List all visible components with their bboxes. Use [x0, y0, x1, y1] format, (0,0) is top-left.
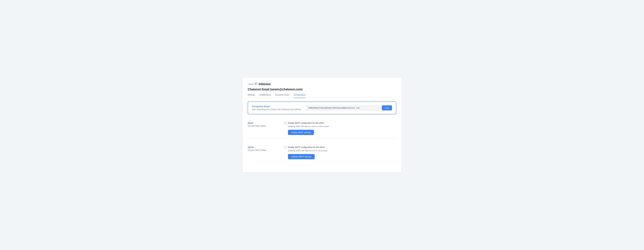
tab-configuration[interactable]: Configuration	[294, 94, 306, 98]
imap-hint-text: Enabling IMAP will help the user to reci…	[288, 125, 396, 127]
tab-collaborators[interactable]: Collaborators	[259, 94, 271, 98]
tabs-bar: Settings Collaborators Business Hours Co…	[248, 94, 396, 98]
forward-to-email-section: Forward to Email Start forwarding your e…	[248, 102, 396, 114]
smtp-hint-text: Enabling SMTP will help the user to send…	[288, 149, 396, 152]
tab-settings[interactable]: Settings	[248, 94, 255, 98]
back-label: Back	[249, 83, 253, 85]
imap-section-description: Set your IMAP details	[248, 125, 280, 127]
email-address-row: 6b8b350a6f34eea9b1bef34553baea6b@chatwoo…	[306, 105, 392, 111]
copy-button[interactable]: Copy	[382, 105, 392, 111]
imap-section: IMAP Set your IMAP details Enable IMAP c…	[248, 118, 396, 138]
smtp-checkbox-row: Enable SMTP configuration for this inbox	[284, 146, 396, 148]
back-chevron-icon: ‹	[248, 83, 248, 85]
page-title: Inboxes	[258, 82, 270, 86]
tab-business-hours[interactable]: Business Hours	[275, 94, 290, 98]
inbox-icon	[254, 82, 258, 86]
smtp-enable-checkbox[interactable]	[284, 146, 286, 148]
smtp-checkbox-label: Enable SMTP configuration for this inbox	[288, 146, 324, 148]
svg-rect-0	[255, 83, 257, 85]
imap-section-title: IMAP	[248, 122, 280, 124]
update-smtp-button[interactable]: Update SMTP settings	[288, 154, 314, 159]
forward-section-right: 6b8b350a6f34eea9b1bef34553baea6b@chatwoo…	[306, 105, 392, 111]
imap-section-right: Enable IMAP configuration for this inbox…	[284, 122, 396, 135]
smtp-section-left: SMTP Set your SMTP details	[248, 146, 280, 151]
inbox-name: Chatwoot Email (aswin@chatwoot.com)	[248, 88, 396, 91]
imap-section-left: IMAP Set your IMAP details	[248, 122, 280, 127]
update-imap-button[interactable]: Update IMAP settings	[288, 130, 314, 135]
back-navigation: ‹ Back Inboxes	[248, 82, 396, 86]
smtp-section-description: Set your SMTP details	[248, 149, 280, 151]
smtp-section: SMTP Set your SMTP details Enable SMTP c…	[248, 143, 396, 163]
forward-section-description: Start forwarding your emails to the foll…	[252, 108, 301, 111]
forward-section-title: Forward to Email	[252, 105, 301, 108]
back-link[interactable]: ‹ Back	[248, 83, 253, 85]
imap-checkbox-label: Enable IMAP configuration for this inbox	[288, 122, 324, 124]
forward-section-left: Forward to Email Start forwarding your e…	[252, 105, 301, 111]
imap-enable-checkbox[interactable]	[284, 122, 286, 124]
email-address-display: 6b8b350a6f34eea9b1bef34553baea6b@chatwoo…	[306, 105, 380, 111]
smtp-section-right: Enable SMTP configuration for this inbox…	[284, 146, 396, 159]
smtp-section-title: SMTP	[248, 146, 280, 148]
page-container: ‹ Back Inboxes Chatwoot Email (aswin@cha…	[242, 77, 402, 173]
imap-checkbox-row: Enable IMAP configuration for this inbox	[284, 122, 396, 124]
